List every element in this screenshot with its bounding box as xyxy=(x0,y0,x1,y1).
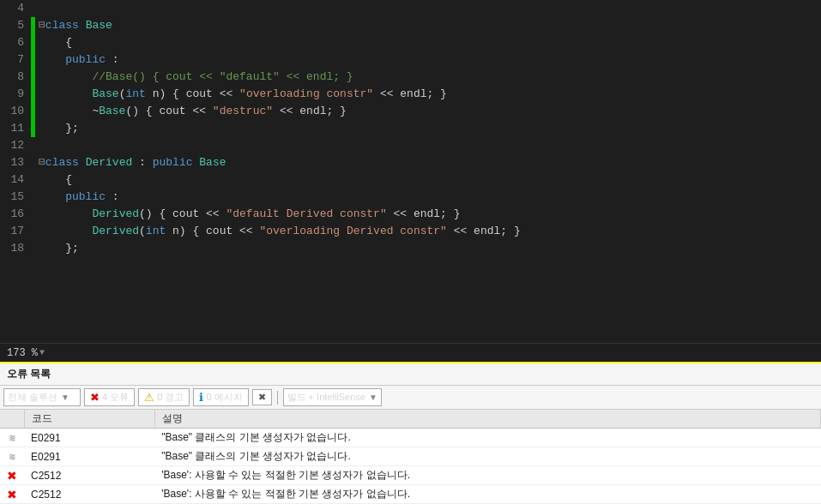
code-token: : xyxy=(106,190,119,203)
code-line: { xyxy=(39,171,821,189)
row-desc: "Base" 클래스의 기본 생성자가 없습니다. xyxy=(154,429,820,447)
code-token: public xyxy=(65,190,106,203)
row-desc: "Base" 클래스의 기본 생성자가 없습니다. xyxy=(154,447,820,466)
row-desc: 'Base': 사용할 수 있는 적절한 기본 생성자가 없습니다. xyxy=(154,466,820,485)
code-line: ~Base() { cout << "destruc" << endl; } xyxy=(39,103,821,120)
warning-row-icon: ≋ xyxy=(9,451,15,463)
code-token: << endl; } xyxy=(387,207,461,220)
code-token: n) { cout << xyxy=(146,87,239,100)
code-area: 456789101112131415161718 ⊟class Base { p… xyxy=(0,0,821,343)
col-code: 코드 xyxy=(24,410,154,429)
code-token: Derived xyxy=(92,225,139,237)
info-count-button[interactable]: ℹ 0 메시지 xyxy=(193,388,248,406)
warning-count-label: 0 경고 xyxy=(157,391,184,404)
code-token: : xyxy=(106,53,119,66)
row-icon: ≋ xyxy=(0,429,24,447)
code-token: "overloading Derived constr" xyxy=(259,225,446,237)
clear-button[interactable]: ✖ xyxy=(252,389,272,405)
code-content[interactable]: ⊟class Base { public : //Base() { cout <… xyxy=(35,0,821,343)
code-line: public : xyxy=(39,51,821,69)
code-line: }; xyxy=(39,120,821,137)
code-token: Base xyxy=(92,87,118,100)
warning-count-button[interactable]: ⚠ 0 경고 xyxy=(138,388,190,406)
clear-icon: ✖ xyxy=(258,392,266,403)
solution-dropdown[interactable]: 전체 솔루션 ▼ xyxy=(3,388,81,406)
row-code: C2512 xyxy=(24,466,154,485)
code-token xyxy=(39,53,65,66)
error-count-button[interactable]: ✖ 4 오류 xyxy=(84,388,135,406)
code-token: }; xyxy=(39,122,79,135)
row-code: E0291 xyxy=(24,429,154,447)
build-label: 빌드 + IntelliSense xyxy=(287,391,365,404)
error-row-icon: ✖ xyxy=(7,469,17,483)
code-token xyxy=(39,190,65,203)
zoom-value: 173 % xyxy=(7,347,38,359)
code-token: public xyxy=(65,53,106,66)
code-token xyxy=(79,156,86,169)
code-line: public : xyxy=(39,189,821,206)
code-token: : xyxy=(132,156,152,169)
code-line: { xyxy=(39,34,821,51)
code-token: int xyxy=(146,225,166,237)
code-token: << endl; } xyxy=(373,87,447,100)
code-line: ⊟class Base xyxy=(39,17,821,34)
code-token: << endl; } xyxy=(447,225,521,237)
code-token: }; xyxy=(39,242,79,255)
code-token xyxy=(79,19,86,32)
code-token xyxy=(39,70,92,83)
error-toolbar: 전체 솔루션 ▼ ✖ 4 오류 ⚠ 0 경고 ℹ 0 메시지 ✖ 빌드 + In… xyxy=(0,386,821,410)
fold-icon[interactable]: ⊟ xyxy=(39,19,45,32)
error-table-header: 코드 설명 xyxy=(0,410,821,429)
row-code: C2512 xyxy=(24,485,154,504)
code-token: int xyxy=(125,87,145,100)
code-token: Base xyxy=(99,105,125,117)
code-editor: 456789101112131415161718 ⊟class Base { p… xyxy=(0,0,821,362)
info-count-label: 0 메시지 xyxy=(206,391,242,404)
code-line xyxy=(39,0,821,17)
row-desc: 'Base': 사용할 수 있는 적절한 기본 생성자가 없습니다. xyxy=(154,485,820,504)
error-row[interactable]: ≋E0291"Base" 클래스의 기본 생성자가 없습니다. xyxy=(0,429,821,447)
code-token: { xyxy=(39,173,72,186)
code-token: ~ xyxy=(39,105,99,117)
error-rows: ≋E0291"Base" 클래스의 기본 생성자가 없습니다.≋E0291"Ba… xyxy=(0,429,821,504)
error-row-icon: ✖ xyxy=(7,488,17,501)
zoom-control[interactable]: 173 % ▼ xyxy=(7,347,45,359)
row-code: E0291 xyxy=(24,447,154,466)
code-line: Derived(int n) { cout << "overloading De… xyxy=(39,223,821,240)
error-count-label: 4 오류 xyxy=(102,391,129,404)
code-token: "overloading constr" xyxy=(239,87,373,100)
error-row[interactable]: ✖C2512'Base': 사용할 수 있는 적절한 기본 생성자가 없습니다. xyxy=(0,485,821,504)
solution-dropdown-icon: ▼ xyxy=(61,393,69,402)
build-dropdown[interactable]: 빌드 + IntelliSense ▼ xyxy=(283,388,382,406)
code-line: Base(int n) { cout << "overloading const… xyxy=(39,86,821,103)
toolbar-separator xyxy=(277,391,278,405)
code-token: public xyxy=(153,156,193,169)
error-icon: ✖ xyxy=(90,391,100,404)
code-token xyxy=(39,87,92,100)
error-row[interactable]: ✖C2512'Base': 사용할 수 있는 적절한 기본 생성자가 없습니다. xyxy=(0,466,821,485)
info-icon: ℹ xyxy=(199,391,203,404)
fold-icon[interactable]: ⊟ xyxy=(39,156,45,169)
code-token xyxy=(39,207,92,220)
code-token xyxy=(39,225,92,237)
col-desc: 설명 xyxy=(154,410,820,429)
error-table-container: 코드 설명 ≋E0291"Base" 클래스의 기본 생성자가 없습니다.≋E0… xyxy=(0,410,821,504)
line-numbers: 456789101112131415161718 xyxy=(0,0,31,343)
code-line: //Base() { cout << "default" << endl; } xyxy=(39,69,821,86)
code-token: "default Derived constr" xyxy=(226,207,386,220)
code-token: class xyxy=(45,156,79,169)
warning-icon: ⚠ xyxy=(144,391,154,404)
error-row[interactable]: ≋E0291"Base" 클래스의 기본 생성자가 없습니다. xyxy=(0,447,821,466)
zoom-bar: 173 % ▼ xyxy=(0,343,821,362)
code-line xyxy=(39,137,821,154)
warning-row-icon: ≋ xyxy=(9,432,15,444)
col-icon xyxy=(0,410,24,429)
row-icon: ✖ xyxy=(0,485,24,504)
error-table: 코드 설명 ≋E0291"Base" 클래스의 기본 생성자가 없습니다.≋E0… xyxy=(0,410,821,504)
code-token: Derived xyxy=(86,156,133,169)
code-token: Base xyxy=(86,19,112,32)
code-token: () { cout << xyxy=(125,105,212,117)
code-token: Base xyxy=(199,156,226,169)
code-token: n) { cout << xyxy=(166,225,259,237)
zoom-chevron-icon: ▼ xyxy=(39,348,45,357)
